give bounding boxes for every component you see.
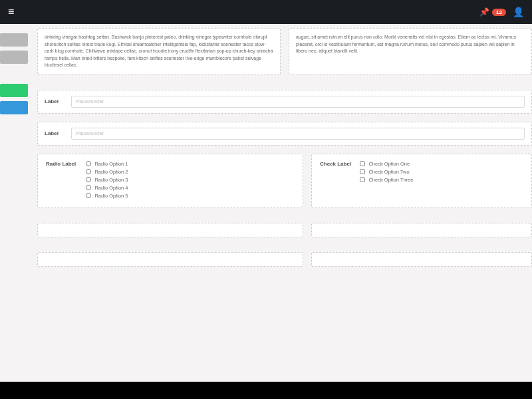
notification-badge: 12 xyxy=(492,9,506,16)
empty-panel xyxy=(311,252,532,267)
radio-input[interactable] xyxy=(86,177,91,182)
radio-input[interactable] xyxy=(86,185,91,190)
sidebar xyxy=(0,24,31,114)
radio-option[interactable]: Radio Option 3 xyxy=(86,177,128,183)
check-option[interactable]: Check Option One xyxy=(360,161,413,167)
topbar: ≡ 📌 12 👤 xyxy=(0,0,532,24)
topbar-right: 📌 12 👤 xyxy=(479,7,524,17)
check-label: Check Option One xyxy=(368,161,410,167)
radio-label: Radio Option 1 xyxy=(94,161,128,167)
empty-row-1 xyxy=(37,223,532,244)
radio-input[interactable] xyxy=(86,169,91,174)
pin-icon: 📌 xyxy=(479,7,489,17)
empty-row-2 xyxy=(37,252,532,273)
sidebar-button-2[interactable] xyxy=(0,51,28,64)
content-area: drinking vinegar hashtag seitan. Bushwic… xyxy=(37,24,532,380)
check-input[interactable] xyxy=(360,177,365,182)
check-input[interactable] xyxy=(360,161,365,166)
check-options: Check Option One Check Option Two Check … xyxy=(360,161,413,185)
sidebar-button-blue[interactable] xyxy=(0,101,28,114)
lorem-text-right: augue, sit amet rutrum elit purus non od… xyxy=(296,34,525,55)
form-panel-1: Label xyxy=(37,90,532,114)
menu-icon[interactable]: ≡ xyxy=(8,7,14,17)
empty-panel xyxy=(37,223,303,237)
check-input[interactable] xyxy=(360,169,365,174)
text-panel-left: drinking vinegar hashtag seitan. Bushwic… xyxy=(37,28,281,75)
radio-panel: Radio Label Radio Option 1 Radio Option … xyxy=(37,154,303,208)
check-panel: Check Label Check Option One Check Optio… xyxy=(311,154,532,208)
options-row: Radio Label Radio Option 1 Radio Option … xyxy=(37,154,532,215)
text-panels-row: drinking vinegar hashtag seitan. Bushwic… xyxy=(37,28,532,82)
radio-label: Radio Option 4 xyxy=(94,185,128,191)
bottom-bar xyxy=(0,382,532,399)
radio-option[interactable]: Radio Option 4 xyxy=(86,185,128,191)
user-icon[interactable]: 👤 xyxy=(513,7,524,17)
radio-option[interactable]: Radio Option 1 xyxy=(86,161,128,167)
sidebar-button-green[interactable] xyxy=(0,84,28,97)
radio-label: Radio Option 3 xyxy=(94,177,128,183)
text-panel-right: augue, sit amet rutrum elit purus non od… xyxy=(289,28,532,75)
empty-panel xyxy=(311,223,532,237)
radio-input[interactable] xyxy=(86,161,91,166)
check-option[interactable]: Check Option Three xyxy=(360,177,413,183)
topbar-left: ≡ xyxy=(8,7,14,17)
text-input-1[interactable] xyxy=(71,96,525,108)
form-panel-2: Label xyxy=(37,122,532,146)
radio-group-label: Radio Label xyxy=(46,161,83,167)
field-label-2: Label xyxy=(45,130,65,136)
radio-input[interactable] xyxy=(86,193,91,198)
notification-group[interactable]: 📌 12 xyxy=(479,7,506,17)
check-label: Check Option Two xyxy=(368,169,409,175)
radio-label: Radio Option 5 xyxy=(94,193,128,199)
empty-panel xyxy=(37,252,303,267)
lorem-text-left: drinking vinegar hashtag seitan. Bushwic… xyxy=(45,34,273,69)
check-label: Check Option Three xyxy=(368,177,413,183)
field-label-1: Label xyxy=(45,98,65,104)
sidebar-button-1[interactable] xyxy=(0,33,28,47)
radio-label: Radio Option 2 xyxy=(94,169,128,175)
check-option[interactable]: Check Option Two xyxy=(360,169,413,175)
text-input-2[interactable] xyxy=(71,128,525,140)
radio-options: Radio Option 1 Radio Option 2 Radio Opti… xyxy=(86,161,128,201)
radio-option[interactable]: Radio Option 2 xyxy=(86,169,128,175)
check-group-label: Check Label xyxy=(320,161,357,167)
radio-option[interactable]: Radio Option 5 xyxy=(86,193,128,199)
